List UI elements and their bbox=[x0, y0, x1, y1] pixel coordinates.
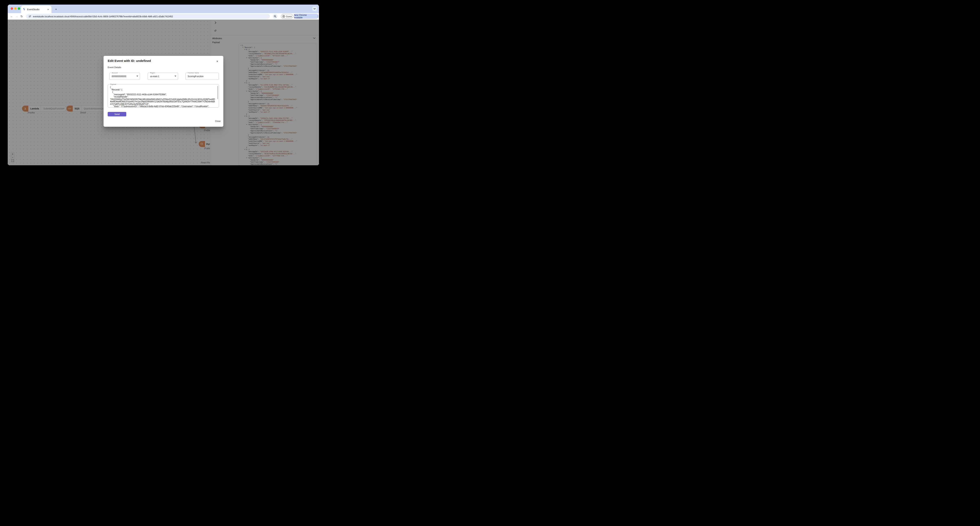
profile-button[interactable]: Guest bbox=[281, 14, 293, 19]
url-bar[interactable]: eventstudio.localhost.localstack.cloud:4… bbox=[26, 14, 270, 19]
window-close-button[interactable] bbox=[11, 7, 13, 10]
payload-editor: Payload { "Records": [ { "messageId": "6… bbox=[108, 84, 219, 108]
browser-toolbar: eventstudio.localhost.localstack.cloud:4… bbox=[8, 13, 319, 19]
page-content: Lambda SubmitQuizFunction Invoke bbox=[8, 19, 319, 165]
tab-strip-chevron-button[interactable] bbox=[312, 6, 317, 11]
tab-close-icon[interactable] bbox=[46, 8, 50, 11]
chevron-down-icon bbox=[137, 76, 138, 77]
guest-avatar-icon bbox=[282, 15, 285, 18]
chrome-update-button[interactable]: New Chrome available bbox=[294, 14, 319, 19]
account-select[interactable]: Account 000000000000 bbox=[110, 73, 140, 80]
zoom-indicator-button[interactable] bbox=[273, 14, 277, 19]
region-select[interactable]: Region us-east-1 bbox=[148, 73, 178, 80]
region-value: us-east-1 bbox=[150, 73, 159, 80]
send-button[interactable]: Send bbox=[108, 112, 126, 116]
textarea-scrollbar-thumb[interactable] bbox=[217, 86, 218, 99]
url-text: eventstudio.localhost.localstack.cloud:4… bbox=[33, 15, 173, 18]
tab-title: EventStudio bbox=[27, 8, 46, 11]
new-tab-button[interactable] bbox=[54, 7, 58, 11]
function-name-value: ScoringFunction bbox=[188, 73, 204, 80]
event-details-label: Event Details bbox=[108, 66, 121, 69]
function-name-field[interactable]: Function Name ScoringFunction bbox=[185, 73, 219, 80]
favicon-eventstudio-icon bbox=[23, 8, 25, 11]
chevron-down-icon bbox=[313, 8, 316, 10]
tab-strip: EventStudio bbox=[8, 5, 319, 13]
modal-title: Edit Event with ID: undefined bbox=[108, 59, 151, 62]
browser-window: EventStudio eventstu bbox=[8, 5, 319, 165]
site-settings-tune-icon[interactable] bbox=[29, 15, 31, 18]
chrome-update-label: New Chrome available bbox=[294, 14, 316, 19]
close-button[interactable]: Close bbox=[214, 120, 221, 123]
window-minimize-button[interactable] bbox=[14, 7, 17, 10]
desktop-background: EventStudio eventstu bbox=[0, 0, 327, 175]
chevron-down-icon bbox=[175, 76, 176, 77]
kebab-menu-icon[interactable] bbox=[317, 15, 319, 18]
reload-button[interactable] bbox=[19, 14, 24, 19]
modal-close-icon[interactable] bbox=[215, 60, 219, 63]
account-value: 000000000000 bbox=[112, 73, 126, 80]
browser-tab[interactable]: EventStudio bbox=[21, 6, 51, 13]
back-button[interactable] bbox=[10, 14, 14, 19]
edit-event-modal: Edit Event with ID: undefined Event Deta… bbox=[103, 56, 223, 127]
payload-textarea[interactable]: { "Records": [ { "messageId": "65032221-… bbox=[108, 84, 219, 107]
window-zoom-button[interactable] bbox=[18, 7, 20, 10]
profile-label: Guest bbox=[286, 15, 292, 18]
forward-button[interactable] bbox=[14, 14, 19, 19]
magnifier-minus-icon bbox=[274, 15, 277, 18]
